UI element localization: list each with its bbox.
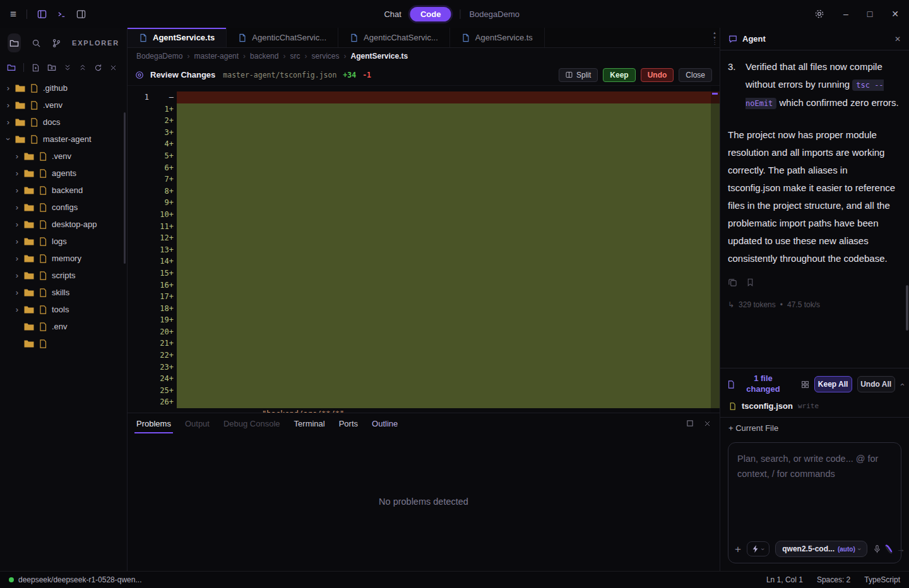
overview-ruler[interactable] [711,86,720,413]
bookmark-icon[interactable] [746,278,754,287]
microphone-icon[interactable] [873,544,881,554]
model-status[interactable]: deepseek/deepseek-r1-0528-qwen... [9,575,141,584]
tree-item[interactable]: configs [0,199,127,216]
panel-right-toggle-icon[interactable] [76,9,86,19]
explorer-view-icon[interactable] [8,33,21,52]
chat-mode-button[interactable]: Chat [384,9,401,19]
changed-file-row[interactable]: tsconfig.json write [720,400,909,417]
tree-item[interactable]: .venv [0,97,127,114]
search-icon[interactable] [32,38,41,48]
git-branch-icon[interactable] [52,38,61,48]
old-line-number [128,138,157,150]
panel-tab[interactable]: Terminal [294,419,325,428]
old-line-number [128,268,157,279]
editor-tab[interactable]: AgentService.ts [450,28,545,47]
tree-item[interactable]: skills [0,284,127,301]
copy-icon[interactable] [728,278,737,287]
model-selector[interactable]: qwen2.5-cod... (auto) › [775,541,867,557]
panel-tab[interactable]: Problems [136,419,171,428]
add-current-file-button[interactable]: + Current File [720,417,909,438]
undo-button[interactable]: Undo [641,68,674,82]
old-line-number [128,385,157,397]
new-line-number: 22+ [157,350,177,362]
tree-item[interactable]: docs [0,114,127,131]
tree-item[interactable]: desktop-app [0,216,127,233]
window-maximize-button[interactable]: □ [867,9,872,18]
tree-item[interactable]: .env [0,318,127,335]
menu-icon[interactable]: ≡ [10,9,16,20]
tree-item[interactable]: master-agent [0,131,127,148]
editor-tab[interactable]: AgentService.ts [128,28,227,47]
agent-input-box[interactable]: Plan, search, or write code... @ for con… [728,442,901,563]
panel-tab[interactable]: Ports [339,419,358,428]
tree-item[interactable]: logs [0,233,127,250]
breadcrumb-item[interactable]: AgentService.ts › [350,52,408,61]
old-line-number [128,150,157,162]
scrollbar-thumb[interactable] [124,112,126,264]
chevron-icon [5,117,11,127]
tree-item[interactable]: tools [0,301,127,318]
breadcrumb-item[interactable]: master-agent › [194,52,250,61]
list-number: 3. [728,58,746,112]
collapse-section-icon[interactable]: › [896,383,906,385]
tree-item[interactable]: backend [0,182,127,199]
close-explorer-icon[interactable] [110,64,117,71]
tree-item[interactable]: memory [0,250,127,267]
agent-panel-close-icon[interactable]: ✕ [894,35,901,44]
code-line: 5+ "lib": ["ES2020"], [128,150,720,162]
keep-all-button[interactable]: Keep All [814,376,852,392]
panel-tab[interactable]: Debug Console [223,419,280,428]
grid-view-icon[interactable] [801,380,809,389]
code-line: 19+ "@routes/*": ["backend/src/routes/*"… [128,314,720,326]
indentation-setting[interactable]: Spaces: 2 [817,575,850,584]
lightning-icon [752,545,759,553]
close-review-button[interactable]: Close [679,68,712,82]
panel-maximize-icon[interactable] [686,420,694,427]
tree-item[interactable]: .github [0,79,127,97]
folders-icon[interactable] [7,63,16,72]
files-changed-label: 1 file changed [740,373,786,395]
window-minimize-button[interactable]: – [843,9,848,18]
collapse-up-icon[interactable] [79,64,86,71]
folder-icon [24,152,34,161]
window-close-button[interactable]: ✕ [891,9,899,18]
editor-tab[interactable]: AgenticChatServic... [338,28,450,47]
reply-arrow-icon: ↳ [728,296,734,314]
undo-all-button[interactable]: Undo All [857,376,895,392]
agent-chat-transcript[interactable]: 3. Verified that all files now compile w… [720,50,909,368]
chevron-icon [14,237,20,246]
breadcrumb-item[interactable]: BodegaDemo › [136,52,194,61]
breadcrumb-item[interactable]: services › [311,52,350,61]
new-folder-icon[interactable] [47,63,56,72]
panel-tab[interactable]: Outline [372,419,398,428]
code-mode-button[interactable]: Code [410,7,451,21]
split-button[interactable]: Split [559,68,598,82]
new-file-icon[interactable] [32,64,40,72]
old-line-number [128,115,157,127]
tree-item[interactable]: agents [0,165,127,182]
refresh-icon[interactable] [94,64,102,72]
breadcrumb-item[interactable]: backend › [250,52,290,61]
panel-close-icon[interactable] [704,420,711,427]
cursor-position[interactable]: Ln 1, Col 1 [766,575,803,584]
terminal-toggle-icon[interactable] [57,9,66,19]
language-mode[interactable]: TypeScript [864,575,900,584]
problems-panel-body: No problems detected [128,433,720,571]
panel-tab[interactable]: Output [185,419,210,428]
settings-gear-icon[interactable] [814,9,824,19]
scrollbar-thumb[interactable] [906,285,908,331]
code-line-content: "skipLibCheck": true, [177,209,720,221]
collapse-down-icon[interactable] [64,64,71,71]
tree-item[interactable] [0,335,127,352]
sidebar-toggle-icon[interactable] [37,9,47,19]
send-icon[interactable]: → [896,544,905,554]
keep-button[interactable]: Keep [603,68,635,82]
tab-overflow-control[interactable]: ▴▾⋮ [710,28,720,47]
diff-editor[interactable]: 1 — 1+ { [128,86,720,413]
editor-tab[interactable]: AgenticChatServic... [227,28,338,47]
add-context-icon[interactable]: + [735,544,741,555]
tree-item[interactable]: .venv [0,148,127,165]
mode-selector[interactable]: › [747,541,769,556]
breadcrumb-item[interactable]: src › [290,52,311,61]
tree-item[interactable]: scripts [0,267,127,284]
